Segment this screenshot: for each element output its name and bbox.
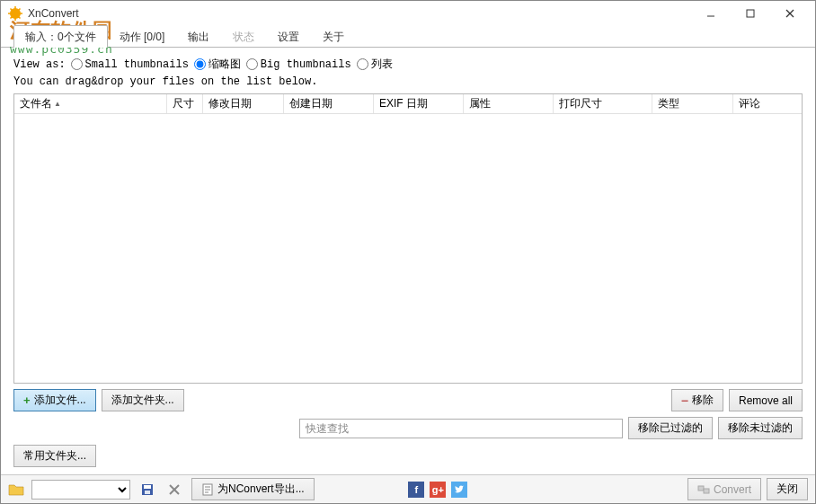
app-title: XnConvert [28, 7, 79, 20]
file-list-header: 文件名▲ 尺寸 修改日期 创建日期 EXIF 日期 属性 打印尺寸 类型 评论 [14, 94, 802, 114]
add-folder-button[interactable]: 添加文件夹... [102, 389, 184, 411]
remove-filtered-button[interactable]: 移除已过滤的 [628, 417, 713, 439]
radio-list[interactable]: 列表 [357, 57, 393, 72]
view-as-label: View as: [13, 58, 66, 71]
window-controls [691, 1, 810, 26]
col-attrs[interactable]: 属性 [464, 94, 554, 113]
minus-icon: − [681, 394, 688, 407]
tab-status[interactable]: 状态 [221, 25, 266, 48]
convert-icon [697, 483, 710, 496]
col-size[interactable]: 尺寸 [167, 94, 203, 113]
radio-big-thumbnails[interactable]: Big thumbnails [246, 58, 351, 71]
delete-icon[interactable] [164, 480, 184, 500]
script-icon [201, 483, 214, 496]
tab-output[interactable]: 输出 [176, 25, 221, 48]
close-button[interactable] [770, 1, 810, 26]
content-area: View as: Small thumbnails 缩略图 Big thumbn… [1, 48, 815, 474]
titlebar: XnConvert [1, 1, 815, 26]
file-list[interactable]: 文件名▲ 尺寸 修改日期 创建日期 EXIF 日期 属性 打印尺寸 类型 评论 [13, 93, 803, 384]
save-icon[interactable] [137, 480, 157, 500]
remove-all-button[interactable]: Remove all [729, 389, 803, 411]
radio-thumbnail[interactable]: 缩略图 [194, 57, 241, 72]
maximize-button[interactable] [731, 1, 770, 26]
remove-button[interactable]: − 移除 [671, 389, 723, 411]
col-comment[interactable]: 评论 [733, 94, 802, 113]
preset-select[interactable] [31, 480, 130, 500]
tab-settings[interactable]: 设置 [266, 25, 311, 48]
quick-search-input[interactable] [299, 419, 623, 438]
tab-bar: 输入：0个文件 动作 [0/0] 输出 状态 设置 关于 [1, 26, 815, 48]
remove-unfiltered-button[interactable]: 移除未过滤的 [718, 417, 803, 439]
col-printsize[interactable]: 打印尺寸 [554, 94, 652, 113]
col-modified[interactable]: 修改日期 [203, 94, 284, 113]
tab-about[interactable]: 关于 [311, 25, 356, 48]
facebook-icon[interactable]: f [408, 482, 424, 498]
tab-input[interactable]: 输入：0个文件 [13, 25, 108, 48]
view-as-row: View as: Small thumbnails 缩略图 Big thumbn… [13, 57, 803, 72]
bottom-bar: 为NConvert导出... f g+ Convert 关闭 [1, 474, 815, 503]
app-icon [8, 6, 22, 21]
svg-rect-14 [698, 486, 704, 491]
col-created[interactable]: 创建日期 [284, 94, 374, 113]
col-type[interactable]: 类型 [652, 94, 733, 113]
svg-rect-2 [747, 10, 754, 17]
col-exif[interactable]: EXIF 日期 [374, 94, 464, 113]
radio-small-thumbnails[interactable]: Small thumbnails [71, 58, 189, 71]
plus-icon: + [23, 394, 31, 406]
svg-rect-15 [704, 489, 709, 493]
folder-icon[interactable] [8, 482, 24, 497]
googleplus-icon[interactable]: g+ [430, 482, 446, 498]
drag-drop-hint: You can drag&drop your files on the list… [13, 75, 803, 88]
col-filename[interactable]: 文件名▲ [14, 94, 167, 113]
export-nconvert-button[interactable]: 为NConvert导出... [191, 478, 315, 500]
tab-actions[interactable]: 动作 [0/0] [108, 25, 177, 48]
minimize-button[interactable] [691, 1, 731, 26]
file-list-body[interactable] [14, 114, 802, 383]
social-icons: f g+ [408, 482, 467, 498]
common-folders-button[interactable]: 常用文件夹... [13, 445, 96, 467]
close-app-button[interactable]: 关闭 [767, 478, 808, 500]
svg-rect-6 [144, 485, 151, 489]
add-files-button[interactable]: + 添加文件... [13, 389, 96, 411]
sort-asc-icon: ▲ [54, 100, 61, 108]
svg-rect-7 [145, 491, 150, 494]
twitter-icon[interactable] [451, 482, 467, 498]
convert-button[interactable]: Convert [687, 478, 761, 500]
